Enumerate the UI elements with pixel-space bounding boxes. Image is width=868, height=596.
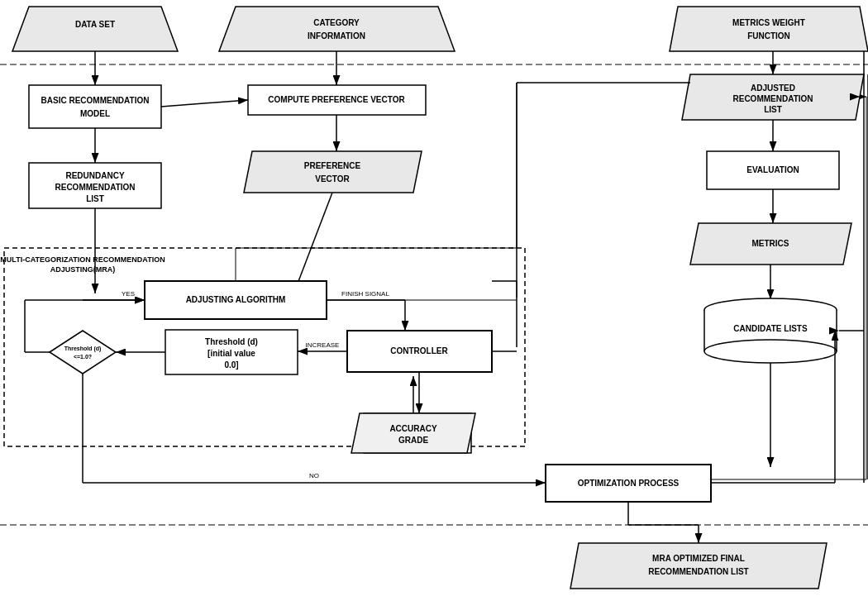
- svg-text:Threshold (d): Threshold (d): [205, 337, 258, 346]
- svg-text:BASIC RECOMMENDATION: BASIC RECOMMENDATION: [41, 96, 150, 105]
- candidate-lists-text: CANDIDATE LISTS: [733, 324, 808, 333]
- svg-text:MODEL: MODEL: [80, 109, 110, 118]
- category-info-header: CATEGORY: [313, 18, 360, 27]
- svg-text:REDUNDANCY: REDUNDANCY: [65, 171, 124, 180]
- svg-text:ACCURACY: ACCURACY: [389, 424, 437, 433]
- svg-text:MRA OPTIMIZED FINAL: MRA OPTIMIZED FINAL: [652, 554, 745, 563]
- mra-label2: ADJUSTING(MRA): [50, 265, 116, 274]
- basic-recommendation-model: [29, 85, 161, 128]
- svg-text:RECOMMENDATION: RECOMMENDATION: [732, 94, 813, 103]
- finish-signal-label: FINISH SIGNAL: [341, 290, 389, 298]
- svg-marker-5: [12, 7, 178, 51]
- svg-marker-6: [219, 7, 455, 51]
- svg-text:METRICS: METRICS: [752, 239, 789, 248]
- svg-marker-7: [670, 7, 868, 51]
- svg-text:PREFERENCE: PREFERENCE: [304, 161, 361, 170]
- category-info-header2: INFORMATION: [308, 31, 365, 41]
- metrics-weight-header: METRICS WEIGHT: [732, 18, 805, 27]
- svg-text:OPTIMIZATION PROCESS: OPTIMIZATION PROCESS: [578, 479, 680, 488]
- svg-text:RECOMMENDATION: RECOMMENDATION: [55, 183, 135, 192]
- svg-text:VECTOR: VECTOR: [315, 174, 350, 184]
- svg-text:ADJUSTED: ADJUSTED: [751, 83, 795, 93]
- svg-text:0.0]: 0.0]: [224, 360, 238, 370]
- candidate-lists-bottom: [704, 340, 837, 363]
- metrics-weight-header2: FUNCTION: [747, 31, 790, 41]
- mra-optimized: [570, 543, 827, 589]
- data-set-header: DATA SET: [75, 20, 115, 29]
- svg-text:COMPUTE PREFERENCE VECTOR: COMPUTE PREFERENCE VECTOR: [268, 95, 405, 104]
- yes-label: YES: [122, 290, 135, 298]
- svg-text:ADJUSTING ALGORITHM: ADJUSTING ALGORITHM: [186, 295, 286, 304]
- svg-text:LIST: LIST: [764, 105, 782, 114]
- svg-text:EVALUATION: EVALUATION: [746, 165, 799, 174]
- svg-text:CONTROLLER: CONTROLLER: [390, 346, 448, 355]
- flowchart-diagram: DATA SET CATEGORY INFORMATION METRICS WE…: [0, 0, 868, 596]
- svg-text:<=1.0?: <=1.0?: [74, 354, 92, 360]
- svg-text:GRADE: GRADE: [398, 436, 428, 445]
- preference-vector: [244, 151, 422, 193]
- mra-label: MULTI-CATEGORIZATION RECOMMENDATION: [0, 255, 165, 264]
- svg-text:[initial value: [initial value: [207, 349, 255, 358]
- svg-text:RECOMMENDATION LIST: RECOMMENDATION LIST: [648, 567, 748, 576]
- svg-text:LIST: LIST: [86, 194, 104, 203]
- no-label: NO: [309, 472, 319, 479]
- svg-marker-39: [351, 413, 475, 453]
- increase-label: INCREASE: [306, 341, 340, 349]
- svg-text:Threshold (d): Threshold (d): [64, 346, 102, 352]
